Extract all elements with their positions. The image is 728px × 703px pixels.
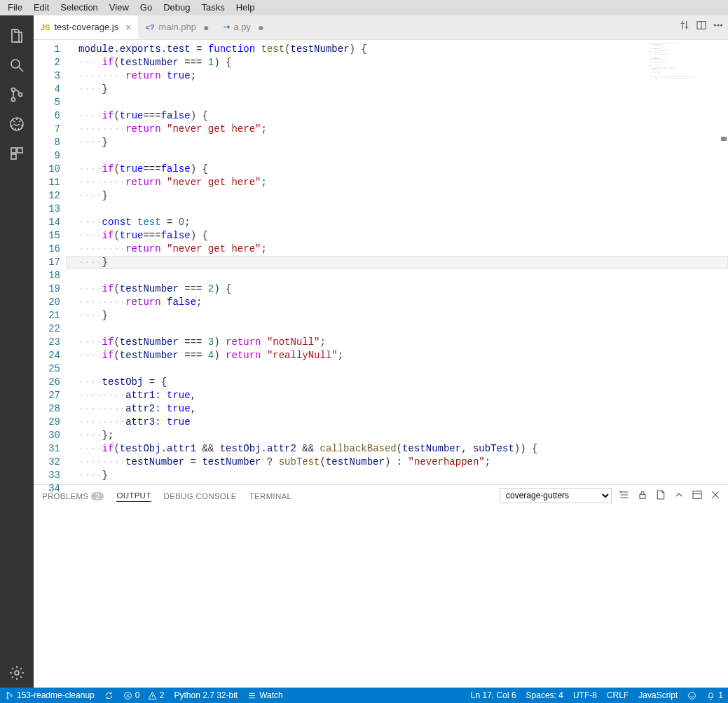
output-body[interactable] (34, 507, 728, 688)
dirty-indicator-icon: ● (203, 22, 209, 33)
svg-rect-5 (11, 148, 16, 153)
code-line[interactable]: ····} (66, 189, 728, 203)
status-encoding[interactable]: UTF-8 (568, 688, 602, 703)
code-line[interactable]: ····if(testNumber === 3) return "notNull… (66, 336, 728, 349)
code-line[interactable]: ····if(testNumber === 4) return "reallyN… (66, 349, 728, 362)
code-line[interactable]: ········attr2: true, (66, 402, 728, 416)
status-watch[interactable]: Watch (242, 688, 288, 703)
menu-help[interactable]: Help (231, 1, 261, 14)
code-line[interactable]: ····if(true===false) { (66, 109, 728, 123)
panel-tab-debug-console[interactable]: DEBUG CONSOLE (164, 492, 237, 500)
status-notifications[interactable]: 1 (701, 688, 728, 703)
filetype-icon: JS (41, 23, 50, 32)
status-branch[interactable]: 153-readme-cleanup (0, 688, 99, 703)
menu-selection[interactable]: Selection (55, 1, 103, 14)
editor-tab[interactable]: <?main.php● (138, 15, 216, 39)
source-control-icon[interactable] (0, 80, 34, 109)
status-sync[interactable] (99, 688, 118, 703)
code-line[interactable]: ····if(true===false) { (66, 163, 728, 176)
menu-view[interactable]: View (104, 1, 135, 14)
code-line[interactable] (66, 96, 728, 109)
code-line[interactable]: ········return "never get here"; (66, 243, 728, 256)
lock-scroll-icon[interactable] (637, 489, 648, 503)
svg-point-17 (11, 695, 12, 696)
svg-point-15 (7, 692, 8, 693)
status-feedback-icon[interactable] (682, 688, 701, 703)
status-indentation[interactable]: Spaces: 4 (521, 688, 568, 703)
menu-go[interactable]: Go (135, 1, 158, 14)
tab-label: test-coverage.js (54, 22, 118, 32)
panel-tab-output[interactable]: OUTPUT (116, 491, 151, 502)
menu-tasks[interactable]: Tasks (195, 1, 230, 14)
debug-icon[interactable] (0, 109, 34, 139)
code-line[interactable]: ····} (66, 309, 728, 322)
svg-point-0 (11, 60, 20, 68)
code-line[interactable]: ····const test = 0; (66, 216, 728, 229)
svg-point-11 (717, 24, 719, 25)
editor-body[interactable]: 1234567891011121314151617181920212223242… (34, 40, 728, 485)
svg-point-1 (12, 88, 15, 91)
compare-changes-icon[interactable] (679, 20, 690, 33)
split-editor-icon[interactable] (696, 20, 707, 33)
svg-point-3 (19, 93, 22, 96)
svg-rect-6 (18, 148, 22, 153)
status-problems[interactable]: 0 2 (118, 688, 170, 703)
code-content[interactable]: module.exports.test = function test(test… (66, 40, 728, 485)
editor-tabs: JStest-coverage.js×<?main.php●⇢a.py● (34, 15, 728, 40)
svg-rect-13 (640, 494, 645, 498)
code-line[interactable]: ····testObj = { (66, 376, 728, 389)
code-line[interactable]: ····if(testObj.attr1 && testObj.attr2 &&… (66, 442, 728, 456)
code-line[interactable]: module.exports.test = function test(test… (66, 43, 728, 56)
code-line[interactable]: ········return "never get here"; (66, 176, 728, 189)
code-line[interactable]: ········return true; (66, 69, 728, 83)
open-log-icon[interactable] (655, 489, 666, 503)
explorer-icon[interactable] (0, 21, 34, 50)
editor-tab[interactable]: JStest-coverage.js× (34, 15, 138, 39)
output-channel-select[interactable]: coverage-gutters (500, 488, 612, 503)
code-line[interactable]: ····} (66, 136, 728, 149)
code-line[interactable]: ········return false; (66, 296, 728, 309)
code-line[interactable] (66, 362, 728, 376)
clear-output-icon[interactable] (619, 489, 630, 503)
code-line[interactable] (66, 269, 728, 282)
code-line[interactable]: ········return "never get here"; (66, 123, 728, 136)
status-python[interactable]: Python 2.7 32-bit (169, 688, 242, 703)
status-language[interactable]: JavaScript (633, 688, 682, 703)
svg-point-10 (714, 24, 715, 25)
code-line[interactable]: ····} (66, 83, 728, 96)
code-line[interactable] (66, 482, 728, 485)
minimap[interactable]: module.exports.test = function test(test… (648, 43, 718, 127)
panel-tab-problems[interactable]: PROBLEMS2 (42, 492, 104, 500)
settings-gear-icon[interactable] (0, 658, 34, 688)
collapse-panel-icon[interactable] (673, 489, 685, 503)
search-icon[interactable] (0, 50, 34, 80)
code-line[interactable]: ····if(true===false) { (66, 229, 728, 243)
more-actions-icon[interactable] (713, 20, 724, 33)
panel-tab-terminal[interactable]: TERMINAL (249, 492, 292, 500)
editor-tab[interactable]: ⇢a.py● (217, 15, 294, 39)
menu-debug[interactable]: Debug (158, 1, 195, 14)
code-line[interactable] (66, 203, 728, 216)
code-line[interactable]: ········attr1: true, (66, 389, 728, 402)
status-bar: 153-readme-cleanup 0 2 Python 2.7 32-bit… (0, 688, 728, 703)
maximize-panel-icon[interactable] (692, 489, 703, 503)
code-line[interactable] (66, 149, 728, 163)
code-line[interactable]: ····if(testNumber === 1) { (66, 56, 728, 69)
code-line[interactable]: ····if(testNumber === 2) { (66, 282, 728, 296)
menu-file[interactable]: File (2, 1, 28, 14)
code-line[interactable]: ········testNumber = testNumber ? subTes… (66, 456, 728, 469)
menu-edit[interactable]: Edit (28, 1, 55, 14)
close-tab-icon[interactable]: × (125, 22, 131, 33)
line-number-gutter: 1234567891011121314151617181920212223242… (34, 40, 66, 485)
extensions-icon[interactable] (0, 139, 34, 168)
overview-ruler[interactable] (720, 40, 728, 485)
code-line[interactable]: ········attr3: true (66, 416, 728, 429)
code-line[interactable]: ····} (66, 469, 728, 482)
status-eol[interactable]: CRLF (602, 688, 633, 703)
code-line[interactable]: ····} (66, 256, 728, 269)
status-lncol[interactable]: Ln 17, Col 6 (466, 688, 521, 703)
code-line[interactable] (66, 322, 728, 336)
code-line[interactable]: ····}; (66, 429, 728, 442)
close-panel-icon[interactable] (710, 489, 721, 503)
svg-point-2 (12, 97, 15, 101)
